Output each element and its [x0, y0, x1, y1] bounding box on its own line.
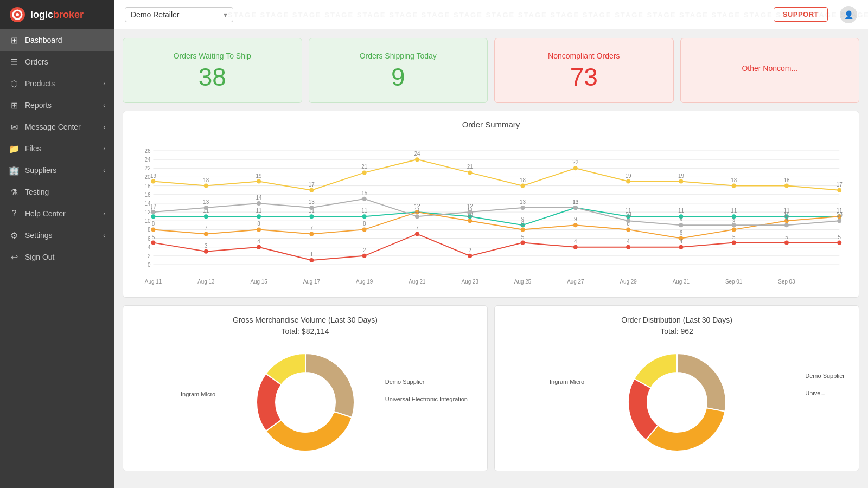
svg-point-54 [415, 157, 419, 162]
svg-text:2: 2 [148, 253, 151, 259]
nav-label-sign-out: Sign Out [25, 253, 54, 261]
stat-card-noncompliant[interactable]: Noncompliant Orders 73 [494, 38, 674, 103]
svg-text:5: 5 [785, 234, 788, 240]
user-avatar[interactable]: 👤 [840, 6, 857, 23]
sidebar-item-orders[interactable]: ☰ Orders [0, 51, 114, 73]
dist-left-legend: Ingram Micro [550, 378, 584, 385]
svg-point-52 [362, 170, 367, 175]
svg-text:Sep 03: Sep 03 [778, 279, 795, 285]
svg-point-178 [732, 223, 736, 227]
svg-point-146 [626, 245, 630, 249]
svg-point-132 [257, 245, 261, 249]
order-summary-chart: Order Summary 02468101214161820222426Aug… [123, 111, 859, 298]
svg-text:8: 8 [521, 221, 525, 227]
retailer-dropdown[interactable]: Demo Retailer ▾ [125, 7, 233, 22]
stat-card-other-noncom[interactable]: Other Noncom... [680, 38, 860, 103]
svg-text:9: 9 [732, 216, 736, 222]
svg-point-182 [837, 219, 841, 223]
stat-card-value-1: 9 [391, 65, 405, 89]
line-chart-svg: 02468101214161820222426Aug 11Aug 13Aug 1… [132, 134, 850, 286]
svg-text:19: 19 [150, 172, 156, 178]
svg-text:Aug 19: Aug 19 [356, 279, 373, 285]
sidebar-item-message-center[interactable]: ✉ Message Center ‹ [0, 116, 114, 138]
stat-card-orders-waiting[interactable]: Orders Waiting To Ship 38 [123, 38, 302, 103]
svg-text:19: 19 [626, 172, 631, 178]
dist-legend-univ: Unive... [805, 390, 845, 396]
svg-text:8: 8 [148, 227, 151, 233]
svg-text:11: 11 [361, 208, 367, 214]
nav-chevron-files: ‹ [103, 145, 105, 152]
svg-text:11: 11 [678, 208, 684, 214]
svg-text:12: 12 [150, 203, 156, 209]
svg-text:Aug 11: Aug 11 [145, 279, 162, 285]
nav-label-products: Products [25, 79, 55, 88]
svg-text:15: 15 [361, 190, 367, 196]
svg-text:10: 10 [837, 212, 843, 218]
sidebar-item-files[interactable]: 📁 Files ‹ [0, 138, 114, 159]
gmv-left-legend: Ingram Micro [181, 391, 215, 414]
gmv-chart: Gross Merchandise Volume (Last 30 Days) … [123, 305, 488, 471]
gmv-donut-svg [246, 343, 365, 462]
nav-chevron-products: ‹ [103, 80, 105, 87]
svg-point-130 [204, 249, 208, 254]
svg-text:4: 4 [574, 239, 577, 245]
support-button[interactable]: SUPPORT [774, 7, 828, 22]
svg-point-116 [573, 223, 578, 227]
svg-text:21: 21 [467, 164, 473, 170]
nav-icon-dashboard: ⊞ [9, 35, 20, 46]
sidebar-item-reports[interactable]: ⊞ Reports ‹ [0, 94, 114, 116]
order-dist-title: Order Distribution (Last 30 Days) Total:… [503, 314, 850, 337]
nav-label-testing: Testing [25, 188, 49, 196]
svg-text:7: 7 [416, 225, 419, 231]
svg-point-136 [362, 254, 367, 258]
svg-text:9: 9 [785, 216, 788, 222]
svg-text:11: 11 [256, 208, 262, 214]
gmv-title: Gross Merchandise Volume (Last 30 Days) … [132, 314, 478, 337]
logo-text: logicbroker [30, 9, 84, 21]
svg-text:6: 6 [680, 229, 683, 235]
svg-text:5: 5 [521, 234, 525, 240]
svg-point-72 [151, 214, 156, 219]
sidebar-item-dashboard[interactable]: ⊞ Dashboard [0, 29, 114, 51]
svg-text:22: 22 [145, 165, 151, 171]
svg-point-114 [521, 227, 525, 232]
svg-text:7: 7 [310, 225, 314, 231]
nav-label-orders: Orders [25, 57, 48, 66]
stat-card-orders-shipping[interactable]: Orders Shipping Today 9 [309, 38, 488, 103]
svg-text:11: 11 [731, 208, 737, 214]
svg-text:8: 8 [257, 221, 260, 227]
svg-text:18: 18 [203, 177, 209, 183]
sidebar-item-sign-out[interactable]: ↩ Sign Out [0, 246, 114, 268]
sidebar-item-products[interactable]: ⬡ Products ‹ [0, 73, 114, 94]
svg-text:Aug 25: Aug 25 [514, 279, 532, 285]
nav-label-files: Files [25, 144, 41, 153]
svg-point-154 [837, 241, 841, 245]
nav-icon-message-center: ✉ [9, 121, 20, 132]
svg-point-62 [626, 179, 630, 184]
sidebar-item-suppliers[interactable]: 🏢 Suppliers ‹ [0, 159, 114, 181]
sidebar-item-settings[interactable]: ⚙ Settings ‹ [0, 224, 114, 246]
svg-text:24: 24 [145, 157, 151, 163]
svg-text:5: 5 [838, 234, 841, 240]
nav-chevron-reports: ‹ [103, 102, 105, 108]
svg-point-56 [468, 170, 472, 175]
nav-chevron-suppliers: ‹ [103, 167, 105, 174]
svg-point-172 [573, 206, 578, 210]
svg-text:8: 8 [363, 221, 366, 227]
nav-label-message-center: Message Center [25, 123, 81, 131]
svg-text:18: 18 [520, 177, 526, 183]
nav-icon-sign-out: ↩ [9, 252, 20, 262]
svg-text:13: 13 [203, 199, 209, 205]
sidebar-item-help-center[interactable]: ? Help Center ‹ [0, 203, 114, 224]
nav-label-suppliers: Suppliers [25, 166, 56, 175]
svg-text:17: 17 [309, 182, 315, 188]
svg-text:12: 12 [467, 203, 473, 209]
sidebar-item-testing[interactable]: ⚗ Testing [0, 181, 114, 203]
svg-point-50 [309, 188, 314, 192]
svg-point-60 [573, 166, 578, 170]
nav-chevron-message-center: ‹ [103, 124, 105, 130]
nav-label-dashboard: Dashboard [25, 36, 62, 44]
order-dist-chart: Order Distribution (Last 30 Days) Total:… [494, 305, 859, 471]
svg-point-66 [732, 184, 736, 188]
nav-icon-products: ⬡ [9, 78, 20, 89]
